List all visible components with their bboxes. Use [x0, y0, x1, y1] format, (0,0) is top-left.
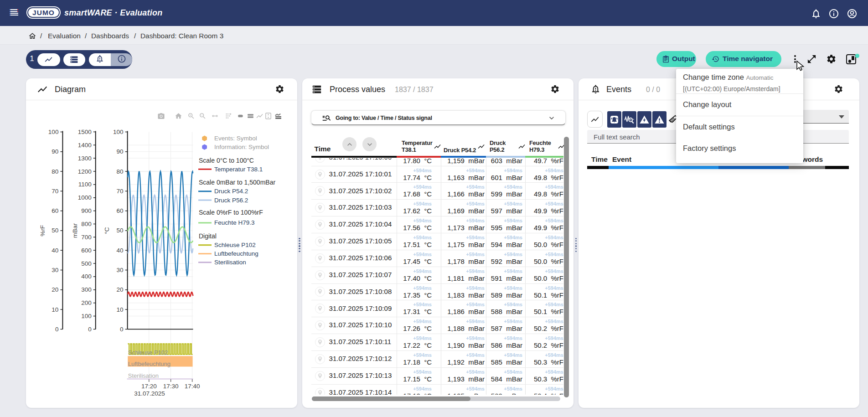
svg-text:80: 80: [52, 168, 58, 175]
svg-text:900: 900: [81, 207, 92, 214]
svg-text:600: 600: [81, 247, 92, 254]
svg-text:500: 500: [81, 260, 92, 267]
svg-text:Digital: Digital: [199, 232, 217, 240]
svg-text:1500: 1500: [78, 129, 92, 135]
svg-text:50: 50: [52, 227, 58, 234]
svg-text:Events: Symbol: Events: Symbol: [214, 135, 257, 142]
svg-text:100: 100: [81, 313, 92, 319]
svg-text:60: 60: [117, 207, 124, 214]
svg-text:Sterilisation: Sterilisation: [214, 259, 246, 266]
svg-text:0: 0: [120, 326, 124, 333]
svg-text:°C: °C: [103, 227, 110, 234]
svg-text:1100: 1100: [78, 181, 92, 188]
svg-text:700: 700: [81, 234, 92, 241]
svg-text:20: 20: [52, 286, 58, 293]
svg-text:17:40: 17:40: [185, 383, 200, 390]
svg-text:80: 80: [117, 168, 124, 175]
svg-text:Scale 0mBar to 1,500mBar: Scale 0mBar to 1,500mBar: [199, 179, 275, 186]
svg-text:100: 100: [113, 129, 124, 135]
svg-text:40: 40: [52, 247, 58, 254]
svg-text:10: 10: [117, 306, 124, 313]
svg-text:Luftbefeuchtung: Luftbefeuchtung: [128, 360, 170, 367]
svg-text:0: 0: [88, 326, 92, 333]
svg-text:31.07.2025: 31.07.2025: [134, 390, 165, 397]
svg-text:Scale 0%rF to 100%rF: Scale 0%rF to 100%rF: [199, 209, 263, 216]
svg-text:300: 300: [81, 286, 92, 293]
svg-text:Feuchte H79.3: Feuchte H79.3: [214, 219, 255, 226]
svg-text:90: 90: [52, 148, 58, 155]
svg-text:Scale 0°C to 100°C: Scale 0°C to 100°C: [199, 157, 254, 164]
svg-text:Schleuse P102: Schleuse P102: [214, 242, 256, 248]
svg-text:40: 40: [117, 247, 124, 254]
svg-text:mBar: mBar: [72, 223, 78, 238]
svg-text:30: 30: [117, 267, 124, 273]
svg-text:70: 70: [52, 188, 58, 195]
svg-text:Druck P54.2: Druck P54.2: [214, 188, 248, 195]
svg-text:Schleuse P102: Schleuse P102: [128, 349, 168, 356]
svg-text:20: 20: [117, 286, 124, 293]
svg-text:200: 200: [81, 299, 92, 306]
svg-text:800: 800: [81, 221, 92, 227]
svg-text:1400: 1400: [78, 142, 92, 149]
svg-text:Information: Symbol: Information: Symbol: [214, 144, 269, 150]
svg-text:100: 100: [48, 129, 59, 135]
svg-text:Luftbefeuchtung: Luftbefeuchtung: [214, 250, 258, 257]
svg-text:Druck P56.2: Druck P56.2: [214, 197, 248, 204]
svg-text:400: 400: [81, 273, 92, 280]
svg-text:30: 30: [52, 267, 58, 273]
svg-text:1000: 1000: [78, 194, 92, 201]
svg-text:90: 90: [117, 148, 124, 155]
svg-text:Temperatur T38.1: Temperatur T38.1: [214, 166, 263, 173]
svg-text:17:30: 17:30: [163, 383, 179, 390]
svg-text:1300: 1300: [78, 155, 92, 162]
svg-text:70: 70: [117, 188, 124, 195]
svg-text:Sterilisation: Sterilisation: [128, 372, 159, 379]
svg-text:1200: 1200: [78, 168, 92, 175]
svg-text:60: 60: [52, 207, 58, 214]
svg-text:17:20: 17:20: [141, 383, 157, 390]
svg-text:%rF: %rF: [39, 225, 46, 237]
svg-text:10: 10: [52, 306, 58, 313]
svg-text:50: 50: [117, 227, 124, 234]
svg-text:0: 0: [55, 326, 59, 333]
